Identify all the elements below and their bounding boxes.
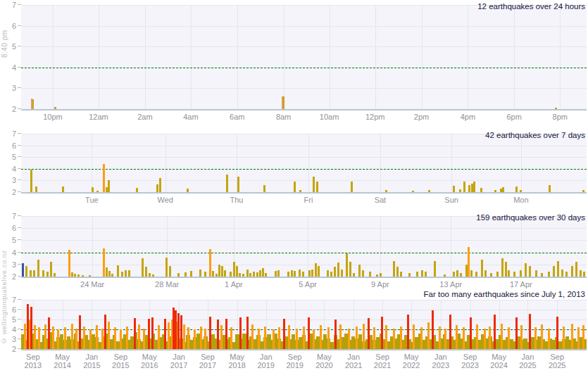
earthquake-bar [349,262,351,277]
gridline-vertical [99,5,99,109]
gridline-vertical [284,5,284,109]
gridline-vertical [560,5,561,109]
earthquake-bar [149,273,151,277]
earthquake-bar [459,189,461,192]
x-axis-label: 8am [276,113,291,121]
x-axis-label: Sat [375,196,387,204]
earthquake-bar [302,272,304,277]
x-axis-label: 1 Apr [225,280,243,289]
chart-panel-since-2013: Far too many earthquakes since July 1, 2… [21,300,587,362]
earthquake-bar-moderate [103,164,105,192]
x-axis-labels-since-2013: Sep2013May2014Jan2015Sep2015May2016Jan20… [21,350,587,362]
gridline-horizontal [21,240,587,241]
earthquake-bar [299,190,301,192]
y-axis-label: 2 [1,188,16,196]
earthquake-bar [353,273,355,277]
gridline-horizontal [21,46,587,47]
earthquake-bar-moderate [571,324,573,349]
earthquake-bar [575,262,577,277]
earthquake-bar-moderate [68,250,70,277]
y-axis-tick [18,145,21,146]
earthquake-bar-moderate [303,327,305,349]
earthquake-bar [480,188,482,192]
earthquake-bar [145,267,147,277]
earthquake-bar [236,266,238,277]
earthquake-bar [30,270,32,277]
earthquake-bar-moderate [444,329,446,349]
gridline-vertical [53,5,54,109]
earthquake-bar [316,182,318,192]
earthquake-bar [108,180,110,192]
gridline-vertical [422,5,423,109]
chart-panel-24-hours: 12 earthquakes over 24 hours 765432 10pm… [21,5,587,122]
gridline-vertical [92,134,92,192]
plot-area-since-2013: Far too many earthquakes since July 1, 2… [21,300,587,350]
earthquake-bar [22,263,24,277]
earthquake-bar [475,272,477,277]
earthquake-bar-moderate [204,329,206,349]
earthquake-bar [362,270,364,277]
earthquake-bar-moderate [168,322,170,349]
gridline-vertical [237,5,238,109]
chart-title-since-2013: Far too many earthquakes since July 1, 2… [424,290,586,298]
earthquake-bar-strong [104,315,106,349]
y-axis-label: 6 [1,224,16,232]
earthquake-bar [515,186,518,192]
earthquake-bar-strong [556,317,558,349]
earthquake-bar-strong [334,320,337,349]
earthquake-bar-strong [27,304,29,349]
earthquake-bar [233,262,235,277]
gridline-horizontal [21,26,587,27]
earthquake-bar-moderate [251,324,254,349]
plot-area-24-hours: 12 earthquakes over 24 hours 765432 [21,5,587,110]
earthquake-bar [256,272,258,277]
earthquake-bar-moderate [220,325,223,349]
earthquake-bar [453,186,455,192]
gridline-vertical [380,134,381,192]
earthquake-bar [35,186,37,192]
gridline-vertical [92,216,93,277]
earthquake-bar-strong [134,318,136,349]
earthquake-bar-moderate [456,325,458,349]
earthquake-bar [96,191,99,192]
chart-title-24-hours: 12 earthquakes over 24 hours [477,2,585,11]
earthquake-bar-moderate [508,327,510,349]
x-axis-label: Sep2015 [112,353,129,369]
gridline-horizontal [21,180,587,181]
earthquake-bar-moderate [278,327,280,349]
earthquake-bar-moderate [288,325,290,349]
y-axis-tick [18,133,21,134]
x-axis-label: 10am [320,113,339,121]
y-axis-label: 2 [1,105,16,113]
earthquake-bar [294,271,296,277]
earthquake-bar [369,272,371,277]
x-axis-label: Fri [304,196,313,204]
earthquake-bar [502,187,504,192]
gridline-vertical [468,5,468,109]
earthquake-bar-strong [449,315,451,349]
earthquake-bar [299,270,301,277]
earthquake-bar-strong [470,317,472,349]
x-axis-label: 12pm [365,113,385,121]
plot-area-7-days: 42 earthquakes over 7 days 765432 [21,134,587,194]
y-axis-label: 7 [1,296,16,304]
x-axis-label: May2024 [490,353,507,369]
earthquake-bar-moderate [439,327,441,349]
earthquake-bar [159,178,161,192]
earthquake-bar-moderate [52,327,54,349]
earthquake-bar-moderate [563,327,565,349]
chart-title-7-days: 42 earthquakes over 7 days [485,131,585,139]
earthquake-bar [226,175,228,192]
earthquake-bar [190,271,192,277]
y-axis-label: 4 [1,248,16,257]
earthquake-bar [259,270,261,277]
earthquake-bar [508,270,510,277]
earthquake-bar-moderate [476,324,478,349]
y-axis-label: 2 [1,345,16,353]
earthquake-bar [187,189,189,192]
earthquake-bar [529,266,531,277]
y-axis-tick [18,227,21,228]
earthquake-bar [152,274,154,277]
chart-panel-7-days: 42 earthquakes over 7 days 765432 TueWed… [21,134,587,206]
earthquake-bar [555,108,557,109]
